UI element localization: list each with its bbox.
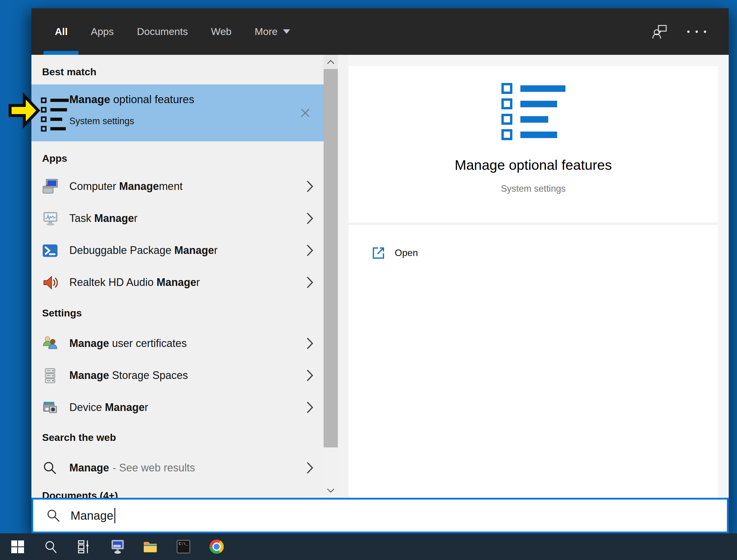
results-scrollbar[interactable]	[324, 55, 338, 498]
search-icon	[41, 460, 59, 477]
tab-apps[interactable]: Apps	[91, 26, 114, 37]
powershell-icon	[41, 242, 59, 259]
result-manage-storage-spaces[interactable]: Manage Storage Spaces	[31, 359, 324, 391]
open-command[interactable]: Open	[348, 239, 718, 267]
command-prompt-icon[interactable]: C:\_	[175, 539, 191, 555]
search-input[interactable]: Manage	[31, 498, 729, 533]
results-panel: Best match Manage optional features Syst…	[31, 55, 324, 498]
section-header-apps: Apps	[42, 153, 67, 164]
desktop: { "tabs": { "items": [ {"label": "All", …	[0, 0, 737, 560]
chevron-right-icon[interactable]	[306, 369, 314, 382]
task-view-icon[interactable]	[76, 539, 92, 555]
result-best-match-manage-optional-features[interactable]: Manage optional features System settings	[31, 84, 324, 141]
ellipsis-icon[interactable]	[687, 31, 706, 33]
close-icon[interactable]	[300, 108, 311, 118]
result-device-manager[interactable]: Device Manager	[31, 391, 324, 423]
section-header-documents: Documents (4+)	[42, 490, 118, 498]
tab-web[interactable]: Web	[211, 26, 231, 37]
result-computer-management[interactable]: Computer Management	[31, 170, 324, 202]
chrome-icon[interactable]	[209, 539, 225, 555]
best-match-title: Manage optional features	[69, 93, 194, 106]
tab-documents[interactable]: Documents	[137, 26, 188, 37]
taskbar-search-icon[interactable]	[43, 539, 59, 555]
chevron-right-icon[interactable]	[306, 337, 314, 350]
scrollbar-down-button[interactable]	[324, 484, 338, 498]
search-icon	[46, 508, 60, 523]
checkbox-list-icon	[41, 97, 69, 135]
computer-management-icon	[41, 178, 59, 195]
text-cursor	[114, 508, 115, 523]
result-realtek-hd-audio-manager[interactable]: Realtek HD Audio Manager	[31, 266, 324, 298]
scrollbar-up-button[interactable]	[324, 55, 338, 69]
tab-all[interactable]: All	[55, 26, 68, 37]
open-external-icon	[372, 246, 385, 260]
active-tab-indicator	[44, 51, 79, 55]
preview-title: Manage optional features	[348, 157, 718, 173]
chevron-down-icon	[283, 29, 290, 34]
tab-more-label: More	[255, 26, 277, 37]
preview-area: Manage optional features System settings…	[348, 55, 729, 498]
search-header: All Apps Documents Web More	[31, 8, 729, 55]
monitor-keyboard-icon[interactable]	[109, 539, 125, 555]
chevron-right-icon[interactable]	[306, 244, 314, 257]
chevron-right-icon[interactable]	[306, 212, 314, 225]
search-query-text: Manage	[71, 509, 113, 522]
preview-separator	[348, 223, 718, 225]
device-manager-icon	[41, 399, 59, 416]
checkbox-list-icon	[501, 83, 565, 145]
result-manage-user-certificates[interactable]: Manage user certificates	[31, 327, 324, 359]
section-header-best-match: Best match	[42, 66, 96, 78]
chevron-right-icon[interactable]	[306, 180, 314, 193]
result-manage-web-search[interactable]: Manage- See web results	[31, 452, 324, 484]
scrollbar-thumb[interactable]	[324, 69, 338, 447]
preview-card: Manage optional features System settings…	[348, 66, 718, 498]
best-match-subtitle: System settings	[69, 116, 134, 127]
open-label: Open	[395, 239, 418, 267]
panel-divider	[338, 55, 348, 498]
section-header-settings: Settings	[42, 307, 82, 319]
chevron-right-icon[interactable]	[306, 276, 314, 289]
feedback-icon[interactable]	[652, 24, 668, 39]
speaker-icon	[41, 274, 59, 291]
tab-more[interactable]: More	[255, 26, 290, 37]
preview-subtitle: System settings	[348, 183, 718, 194]
chevron-right-icon[interactable]	[306, 401, 314, 414]
task-manager-icon	[41, 210, 59, 227]
storage-spaces-icon	[41, 367, 59, 384]
result-debuggable-package-manager[interactable]: Debuggable Package Manager	[31, 234, 324, 266]
taskbar: C:\_	[0, 533, 737, 560]
start-button[interactable]	[9, 539, 25, 555]
file-explorer-icon[interactable]	[142, 539, 158, 555]
search-filter-tabs: All Apps Documents Web More	[55, 26, 290, 37]
section-header-search-the-web: Search the web	[42, 432, 116, 443]
result-task-manager[interactable]: Task Manager	[31, 202, 324, 234]
chevron-right-icon[interactable]	[306, 461, 314, 475]
annotation-yellow-arrow	[8, 92, 40, 129]
user-certificates-icon	[41, 335, 59, 352]
search-flyout-window: All Apps Documents Web More	[31, 8, 729, 533]
